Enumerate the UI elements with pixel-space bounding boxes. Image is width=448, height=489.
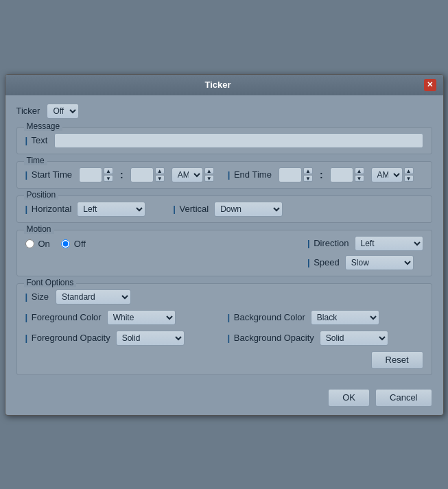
bg-color-select[interactable]: Black White Red Green Blue xyxy=(311,310,379,325)
start-min-spinner: 00 ▲ ▼ xyxy=(130,167,165,182)
message-group-label: Message xyxy=(24,121,63,131)
speed-select[interactable]: Slow Medium Fast xyxy=(345,255,414,270)
bg-opacity-label: | Background Opacity xyxy=(228,333,314,343)
speed-label: | Speed xyxy=(307,257,340,267)
end-min-down[interactable]: ▼ xyxy=(355,175,364,182)
end-min-up[interactable]: ▲ xyxy=(355,167,364,174)
start-hour-spinner: 12 ▲ ▼ xyxy=(79,167,113,182)
start-min-up[interactable]: ▲ xyxy=(155,167,165,174)
start-min-input[interactable]: 00 xyxy=(130,167,154,182)
time-row: | Start Time 12 ▲ ▼ : 00 ▲ ▼ xyxy=(25,167,423,182)
motion-content: On Off | Direction Left xyxy=(25,236,423,270)
size-row: | Size Standard Small Large xyxy=(25,289,423,305)
text-input[interactable] xyxy=(54,133,423,148)
fg-color-label: | Foreground Color xyxy=(25,312,102,322)
title-bar: Ticker ✕ xyxy=(5,75,443,95)
ticker-dialog: Ticker ✕ Ticker Off On Message | Text xyxy=(5,74,444,416)
motion-off-group: Off xyxy=(61,239,86,249)
position-group: Position | Horizontal Left Center Right xyxy=(16,195,432,223)
end-hour-spinner: 12 ▲ ▼ xyxy=(279,167,313,182)
dialog-body: Ticker Off On Message | Text Time xyxy=(5,95,443,383)
end-ampm-up[interactable]: ▲ xyxy=(404,167,414,174)
end-ampm-down[interactable]: ▼ xyxy=(404,175,414,182)
font-options-label: Font Options xyxy=(24,278,77,287)
text-label: | Text xyxy=(25,135,48,145)
bottom-bar: OK Cancel xyxy=(5,383,443,415)
cancel-button[interactable]: Cancel xyxy=(375,389,432,407)
motion-group: Motion On Off | xyxy=(16,230,432,276)
ok-button[interactable]: OK xyxy=(328,389,370,407)
close-button[interactable]: ✕ xyxy=(424,79,436,91)
end-hour-down[interactable]: ▼ xyxy=(303,175,313,182)
opacity-row: | Foreground Opacity Solid Transparent T… xyxy=(25,331,423,346)
color-row: | Foreground Color White Black Red Green… xyxy=(25,310,423,325)
start-min-down[interactable]: ▼ xyxy=(155,175,165,182)
motion-on-group: On xyxy=(25,239,50,249)
reset-button[interactable]: Reset xyxy=(371,351,423,369)
motion-group-label: Motion xyxy=(24,224,54,234)
position-row: | Horizontal Left Center Right | Vertica… xyxy=(25,202,423,217)
font-options-group: Font Options | Size Standard Small Large xyxy=(16,283,432,375)
end-ampm-spinner: AM PM ▲ ▼ xyxy=(371,167,414,182)
end-time-label: | End Time xyxy=(228,169,272,180)
start-ampm-down[interactable]: ▼ xyxy=(204,175,214,182)
end-ampm-select[interactable]: AM PM xyxy=(371,167,403,182)
start-time-label: | Start Time xyxy=(25,169,73,180)
horizontal-label: | Horizontal xyxy=(25,204,72,214)
size-select[interactable]: Standard Small Large xyxy=(56,289,131,305)
message-group: Message | Text xyxy=(16,127,432,154)
start-ampm-up[interactable]: ▲ xyxy=(204,167,214,174)
reset-row: Reset xyxy=(25,351,423,369)
ticker-select[interactable]: Off On xyxy=(47,104,79,119)
fg-opacity-label: | Foreground Opacity xyxy=(25,333,110,343)
fg-color-select[interactable]: White Black Red Green Blue xyxy=(107,310,176,325)
message-row: | Text xyxy=(25,133,423,148)
end-min-input[interactable]: 00 xyxy=(330,167,353,182)
ticker-row: Ticker Off On xyxy=(16,104,432,119)
motion-off-label: Off xyxy=(74,239,86,249)
start-hour-down[interactable]: ▼ xyxy=(104,175,113,182)
motion-off-radio[interactable] xyxy=(61,239,70,248)
start-ampm-select[interactable]: AM PM xyxy=(172,167,203,182)
vertical-label: | Vertical xyxy=(173,204,209,214)
position-group-label: Position xyxy=(24,190,59,200)
size-label: | Size xyxy=(25,291,49,302)
direction-label: | Direction xyxy=(307,238,349,248)
end-hour-input[interactable]: 12 xyxy=(279,167,302,182)
start-ampm-spinner: AM PM ▲ ▼ xyxy=(172,167,214,182)
horizontal-select[interactable]: Left Center Right xyxy=(77,202,145,217)
vertical-select[interactable]: Up Down xyxy=(214,202,283,217)
direction-select[interactable]: Left Right Up Down xyxy=(355,236,423,251)
ticker-label: Ticker xyxy=(16,106,40,116)
dialog-title: Ticker xyxy=(12,80,424,90)
motion-on-radio[interactable] xyxy=(25,239,34,248)
time-group: Time | Start Time 12 ▲ ▼ : 00 xyxy=(16,161,432,189)
fg-opacity-select[interactable]: Solid Transparent Translucent xyxy=(116,331,185,346)
start-hour-input[interactable]: 12 xyxy=(79,167,102,182)
end-hour-up[interactable]: ▲ xyxy=(303,167,313,174)
end-min-spinner: 00 ▲ ▼ xyxy=(330,167,364,182)
bg-opacity-select[interactable]: Solid Transparent Translucent xyxy=(320,331,388,346)
bg-color-label: | Background Color xyxy=(228,312,305,322)
start-hour-up[interactable]: ▲ xyxy=(104,167,113,174)
time-group-label: Time xyxy=(24,156,47,165)
motion-on-label: On xyxy=(38,239,50,249)
